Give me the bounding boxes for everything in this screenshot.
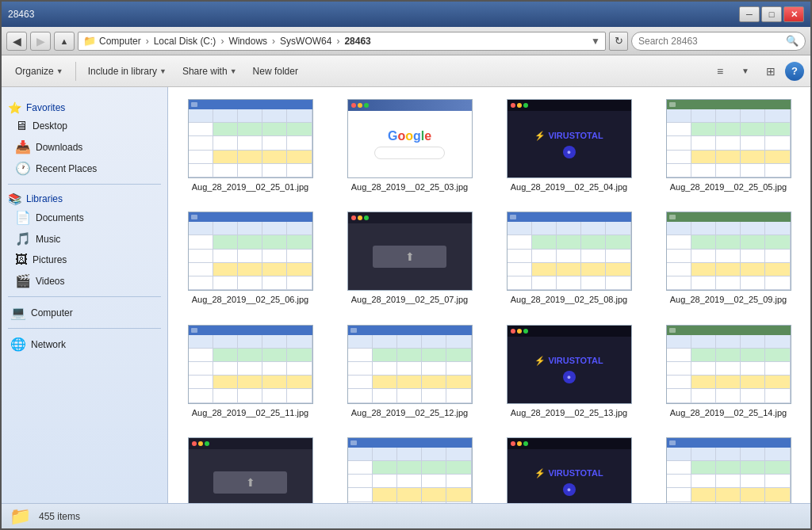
sidebar-divider3 xyxy=(8,328,161,329)
desktop-icon: 🖥 xyxy=(15,119,28,133)
search-box[interactable]: 🔍 xyxy=(631,32,806,51)
network-section: 🌐 Network xyxy=(2,334,167,355)
computer-label: Computer xyxy=(31,307,73,318)
address-box[interactable]: 📁 Computer › Local Disk (C:) › Windows ›… xyxy=(78,32,606,51)
file-name: Aug_28_2019__02_25_06.jpg xyxy=(192,294,308,305)
desktop-label: Desktop xyxy=(33,120,67,132)
file-name: Aug_28_2019__02_25_07.jpg xyxy=(351,294,468,305)
help-button[interactable]: ? xyxy=(785,62,804,81)
address-computer: Computer xyxy=(99,36,141,47)
maximize-button[interactable]: □ xyxy=(761,6,782,22)
file-name: Aug_28_2019__02_25_08.jpg xyxy=(511,294,627,305)
status-item-count: 455 items xyxy=(39,511,80,522)
back-button[interactable]: ◀ xyxy=(6,32,27,51)
file-item[interactable]: ⚡ VIRUSTOTAL ● Aug_28_2019__02_25_13.jpg xyxy=(493,319,645,424)
file-name: Aug_28_2019__02_25_13.jpg xyxy=(511,407,627,418)
sidebar-item-downloads[interactable]: 📥 Downloads xyxy=(2,136,167,158)
organize-button[interactable]: Organize ▼ xyxy=(8,60,71,82)
sidebar-item-documents[interactable]: 📄 Documents xyxy=(2,207,167,228)
libraries-label: Libraries xyxy=(26,193,63,204)
view-icons-button[interactable]: ⊞ xyxy=(760,61,782,82)
toolbar-right: ≡ ▼ ⊞ ? xyxy=(709,61,804,82)
window-title: 28463 xyxy=(8,9,34,20)
sidebar-item-videos[interactable]: 🎬 Videos xyxy=(2,270,167,292)
file-item[interactable]: Aug_28_2019__02_25_11.jpg xyxy=(174,319,326,424)
sep1: › xyxy=(146,36,149,47)
address-bar-area: ◀ ▶ ▲ 📁 Computer › Local Disk (C:) › Win… xyxy=(2,27,810,55)
music-label: Music xyxy=(36,234,60,245)
main-content: ⭐ Favorites 🖥 Desktop 📥 Downloads 🕐 Rece… xyxy=(2,87,810,503)
network-label: Network xyxy=(31,339,66,350)
file-item[interactable]: ⚡ VIRUSTOTAL ● xyxy=(493,432,645,503)
close-button[interactable]: ✕ xyxy=(783,6,804,22)
toolbar-sep1 xyxy=(75,62,76,81)
view-details-button[interactable]: ≡ xyxy=(709,61,731,82)
file-name: Aug_28_2019__02_25_09.jpg xyxy=(670,294,787,305)
file-item[interactable] xyxy=(334,432,485,503)
file-name: Aug_28_2019__02_25_04.jpg xyxy=(511,181,627,193)
file-item[interactable]: Google Aug_28_2019__02_25_03.jpg xyxy=(334,93,485,198)
file-item[interactable]: Aug_28_2019__02_25_01.jpg xyxy=(174,93,326,198)
file-item[interactable]: Aug_28_2019__02_25_06.jpg xyxy=(174,206,326,311)
computer-icon: 💻 xyxy=(10,305,26,320)
file-item[interactable]: Aug_28_2019__02_25_12.jpg xyxy=(334,319,485,424)
file-name: Aug_28_2019__02_25_11.jpg xyxy=(192,407,308,418)
address-dropdown-arrow[interactable]: ▼ xyxy=(591,36,600,47)
main-window: 28463 ─ □ ✕ ◀ ▶ ▲ 📁 Computer › Local Dis… xyxy=(0,0,812,530)
sidebar-item-music[interactable]: 🎵 Music xyxy=(2,228,167,250)
documents-icon: 📄 xyxy=(15,210,31,225)
file-item[interactable]: Aug_28_2019__02_25_09.jpg xyxy=(653,206,804,311)
newfolder-button[interactable]: New folder xyxy=(246,60,305,82)
documents-label: Documents xyxy=(36,212,84,223)
file-item[interactable]: Aug_28_2019__02_25_05.jpg xyxy=(653,93,804,198)
library-button[interactable]: Include in library ▼ xyxy=(81,60,174,82)
minimize-button[interactable]: ─ xyxy=(739,6,760,22)
favorites-section: ⭐ Favorites 🖥 Desktop 📥 Downloads 🕐 Rece… xyxy=(2,98,167,179)
file-item[interactable] xyxy=(653,432,804,503)
sep3: › xyxy=(272,36,275,47)
sidebar-item-computer[interactable]: 💻 Computer xyxy=(2,302,167,323)
share-arrow: ▼ xyxy=(230,67,237,75)
search-input[interactable] xyxy=(638,36,783,47)
sep4: › xyxy=(336,36,339,47)
pictures-icon: 🖼 xyxy=(15,253,28,267)
libraries-header[interactable]: 📚 Libraries xyxy=(2,189,167,207)
network-icon: 🌐 xyxy=(10,337,26,352)
window-controls: ─ □ ✕ xyxy=(739,6,804,22)
file-item[interactable]: ⬆ xyxy=(174,432,326,503)
up-button[interactable]: ▲ xyxy=(54,32,75,51)
forward-button[interactable]: ▶ xyxy=(30,32,51,51)
refresh-button[interactable]: ↻ xyxy=(609,32,628,51)
file-area: Aug_28_2019__02_25_01.jpg Google Aug_28_… xyxy=(168,87,810,503)
libraries-section: 📚 Libraries 📄 Documents 🎵 Music 🖼 Pictur… xyxy=(2,189,167,292)
view-dropdown-button[interactable]: ▼ xyxy=(734,61,756,82)
toolbar: Organize ▼ Include in library ▼ Share wi… xyxy=(2,55,810,87)
sidebar-item-desktop[interactable]: 🖥 Desktop xyxy=(2,116,167,136)
title-bar: 28463 ─ □ ✕ xyxy=(2,2,810,27)
downloads-label: Downloads xyxy=(36,142,82,153)
favorites-header[interactable]: ⭐ Favorites xyxy=(2,98,167,116)
sidebar-divider1 xyxy=(8,184,161,185)
favorites-icon: ⭐ xyxy=(8,101,21,114)
file-name: Aug_28_2019__02_25_14.jpg xyxy=(670,407,787,418)
sidebar-item-recent[interactable]: 🕐 Recent Places xyxy=(2,158,167,179)
file-item[interactable]: ⬆ Aug_28_2019__02_25_07.jpg xyxy=(334,206,485,311)
share-button[interactable]: Share with ▼ xyxy=(175,60,244,82)
organize-arrow: ▼ xyxy=(56,67,63,75)
pictures-label: Pictures xyxy=(33,254,67,265)
videos-icon: 🎬 xyxy=(15,273,31,288)
sidebar-item-pictures[interactable]: 🖼 Pictures xyxy=(2,250,167,270)
videos-label: Videos xyxy=(36,276,64,287)
recent-icon: 🕐 xyxy=(15,161,31,176)
file-item[interactable]: Aug_28_2019__02_25_08.jpg xyxy=(493,206,645,311)
address-folder-icon: 📁 xyxy=(83,35,96,47)
file-grid: Aug_28_2019__02_25_01.jpg Google Aug_28_… xyxy=(168,87,810,503)
organize-label: Organize xyxy=(15,66,54,77)
file-item[interactable]: Aug_28_2019__02_25_14.jpg xyxy=(653,319,804,424)
music-icon: 🎵 xyxy=(15,231,31,246)
share-label: Share with xyxy=(182,66,228,77)
sidebar-divider2 xyxy=(8,296,161,297)
address-localdisk: Local Disk (C:) xyxy=(154,36,216,47)
sidebar-item-network[interactable]: 🌐 Network xyxy=(2,334,167,355)
file-item[interactable]: ⚡ VIRUSTOTAL ● Aug_28_2019__02_25_04.jpg xyxy=(493,93,645,198)
